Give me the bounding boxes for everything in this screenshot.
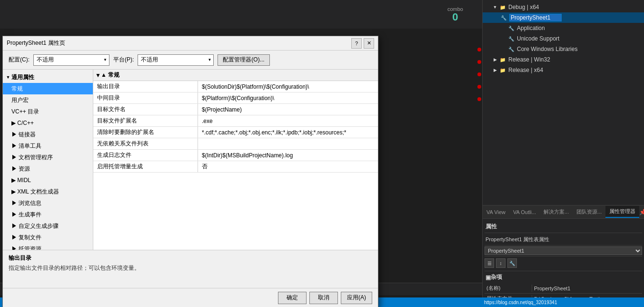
label-cpp: ▶ C/C++ <box>11 120 34 126</box>
solution-panel: ▼ 📁 Debug | x64 🔧 🔧 Application 🔧 Unicod… <box>482 0 644 205</box>
tree-label-release-x64: Release | x64 <box>508 67 543 73</box>
left-tree-custom-step[interactable]: ▶ 自定义生成步骤 <box>3 220 93 232</box>
cancel-button[interactable]: 取消 <box>309 292 338 304</box>
left-tree-panel: ▼ 通用属性 常规 用户宏 VC++ 目录 ▶ C/C++ ▶ 链接器 <box>3 70 93 250</box>
grid-row-target-ext: 目标文件扩展名 .exe <box>93 115 378 127</box>
label-vcpp-dirs: VC++ 目录 <box>11 108 39 116</box>
left-tree-user-macros[interactable]: 用户宏 <box>3 94 93 106</box>
expand-arrow-rwin32: ▶ <box>492 57 498 62</box>
grid-row-output-dir: 输出目录 $(SolutionDir)$(Platform)\$(Configu… <box>93 81 378 92</box>
dialog-titlebar: PropertySheet1 属性页 ? ✕ <box>3 36 378 51</box>
left-tree-browse[interactable]: ▶ 浏览信息 <box>3 197 93 209</box>
label-general: 常规 <box>11 85 23 93</box>
left-tree-embedded[interactable]: ▶ 托管资源 <box>3 243 93 250</box>
section-expand-misc: ▣ <box>485 274 491 281</box>
expand-common-props: ▼ <box>5 75 11 80</box>
platform-dropdown[interactable]: 不适用 ▼ <box>138 54 214 66</box>
red-dots-area <box>477 48 481 101</box>
grid-name-nodeps: 无依赖关系文件列表 <box>93 138 198 149</box>
label-build-events: ▶ 生成事件 <box>11 211 41 219</box>
left-tree-midl[interactable]: ▶ MIDL <box>3 174 93 186</box>
left-tree-linker[interactable]: ▶ 链接器 <box>3 129 93 140</box>
dialog-close-btn[interactable]: ✕ <box>364 38 374 49</box>
property-dialog: PropertySheet1 属性页 ? ✕ 配置(C): 不适用 ▼ 平台(P… <box>2 36 378 307</box>
grid-section-general[interactable]: ▼ ▲ 常规 <box>93 70 378 81</box>
tree-item-application[interactable]: 🔧 Application <box>483 23 644 33</box>
tree-item-propertysheet1[interactable]: 🔧 <box>483 12 644 23</box>
left-tree-resources[interactable]: ▶ 资源 <box>3 163 93 174</box>
config-value: 不适用 <box>37 56 54 64</box>
red-dot-2 <box>477 60 481 64</box>
tree-label-core-windows: Core Windows Libraries <box>517 46 577 52</box>
properties-object-dropdown[interactable]: PropertySheet1 <box>485 246 642 255</box>
platform-value: 不适用 <box>141 56 158 64</box>
tree-item-release-x64[interactable]: ▶ 📁 Release | x64 <box>483 65 644 75</box>
section-label-general: ▲ 常规 <box>101 71 119 79</box>
grid-name-target-name: 目标文件名 <box>93 104 198 115</box>
left-tree-xmldoc[interactable]: ▶ 文档管理程序 <box>3 152 93 163</box>
label-custom-step: ▶ 自定义生成步骤 <box>11 222 59 230</box>
desc-text: 指定输出文件目录的相对路径；可以包含环境变量。 <box>9 264 372 272</box>
combo-value: 0 <box>452 12 458 22</box>
props-pages-btn[interactable]: 🔧 <box>507 258 517 268</box>
red-dot-5 <box>477 97 481 101</box>
tree-item-debug-x64[interactable]: ▼ 📁 Debug | x64 <box>483 2 644 12</box>
config-arrow: ▼ <box>99 58 107 62</box>
tree-item-unicode[interactable]: 🔧 Unicode Support <box>483 33 644 44</box>
grid-row-clean-ext: 清除时要删除的扩展名 *.cdf;*.cache;*.obj;*.obj.enc… <box>93 127 378 138</box>
dialog-title: PropertySheet1 属性页 <box>7 39 65 47</box>
grid-name-output-dir: 输出目录 <box>93 81 198 92</box>
tree-label-unicode: Unicode Support <box>517 35 559 42</box>
left-tree-manifest[interactable]: ▶ 清单工具 <box>3 140 93 152</box>
section-expand-general: ▼ <box>95 72 101 79</box>
tree-label-debug-x64: Debug | x64 <box>508 4 539 10</box>
props-categorized-btn[interactable]: ☰ <box>485 258 494 268</box>
left-tree-common-props[interactable]: ▼ 通用属性 <box>3 72 93 83</box>
ok-button[interactable]: 确定 <box>278 292 307 304</box>
bottom-right-panel: VA View VA Outli... 解决方案... 团队资源... 属性管理… <box>482 205 644 307</box>
grid-row-log-file: 生成日志文件 $(IntDir)$(MSBuildProjectName).lo… <box>93 150 378 161</box>
desc-title: 输出目录 <box>9 254 372 262</box>
tab-property-manager[interactable]: 属性管理器 <box>605 206 639 218</box>
left-tree-vcpp-dirs[interactable]: VC++ 目录 <box>3 106 93 117</box>
grid-value-nodeps <box>198 138 378 149</box>
tree-item-core-windows[interactable]: 🔧 Core Windows Libraries <box>483 44 644 54</box>
folder-icon-rwin32: 📁 <box>499 56 506 63</box>
tab-va-outline[interactable]: VA Outli... <box>509 207 540 217</box>
red-dot-4 <box>477 85 481 89</box>
tab-solution-explorer[interactable]: 解决方案... <box>540 206 573 217</box>
right-properties-grid: ▼ ▲ 常规 输出目录 $(SolutionDir)$(Platform)\$(… <box>93 70 378 250</box>
prop-section-misc[interactable]: ▣ 杂项 <box>485 271 642 283</box>
tree-item-release-win32[interactable]: ▶ 📁 Release | Win32 <box>483 54 644 65</box>
grid-name-int-dir: 中间目录 <box>93 92 198 103</box>
tab-va-view[interactable]: VA View <box>483 207 509 217</box>
pin-icon[interactable]: 📌 <box>639 209 644 215</box>
manage-config-btn[interactable]: 配置管理器(O)... <box>218 54 269 66</box>
folder-icon-debug: 📁 <box>499 3 506 11</box>
tree-label-application: Application <box>517 25 545 31</box>
dialog-help-btn[interactable]: ? <box>351 38 362 49</box>
label-user-macros: 用户宏 <box>11 96 29 104</box>
props-sort-btn[interactable]: ↕ <box>496 258 505 268</box>
apply-button[interactable]: 应用(A) <box>341 292 372 304</box>
rename-input-ps1[interactable] <box>509 14 562 21</box>
grid-name-log-file: 生成日志文件 <box>93 150 198 161</box>
left-tree-general[interactable]: 常规 <box>3 83 93 94</box>
config-label: 配置(C): <box>9 56 30 64</box>
label-copy-files: ▶ 复制文件 <box>11 234 41 242</box>
left-tree-cpp[interactable]: ▶ C/C++ <box>3 117 93 129</box>
wrench-icon-core: 🔧 <box>507 45 515 53</box>
left-tree-copy-files[interactable]: ▶ 复制文件 <box>3 232 93 243</box>
grid-value-log-file: $(IntDir)$(MSBuildProjectName).log <box>198 150 378 161</box>
url-bar[interactable]: https://blog.csdn.net/qq_32019341 <box>482 297 644 307</box>
left-tree-xmlgen[interactable]: ▶ XML 文档生成器 <box>3 186 93 197</box>
label-embedded: ▶ 托管资源 <box>11 245 41 250</box>
config-dropdown[interactable]: 不适用 ▼ <box>33 54 109 66</box>
wrench-icon-unicode: 🔧 <box>507 35 515 42</box>
label-xmlgen: ▶ XML 文档生成器 <box>11 188 59 196</box>
left-tree-build-events[interactable]: ▶ 生成事件 <box>3 209 93 220</box>
label-midl: ▶ MIDL <box>11 177 31 184</box>
grid-row-target-name: 目标文件名 $(ProjectName) <box>93 104 378 115</box>
platform-arrow: ▼ <box>204 58 211 62</box>
tab-team-explorer[interactable]: 团队资源... <box>573 206 605 217</box>
